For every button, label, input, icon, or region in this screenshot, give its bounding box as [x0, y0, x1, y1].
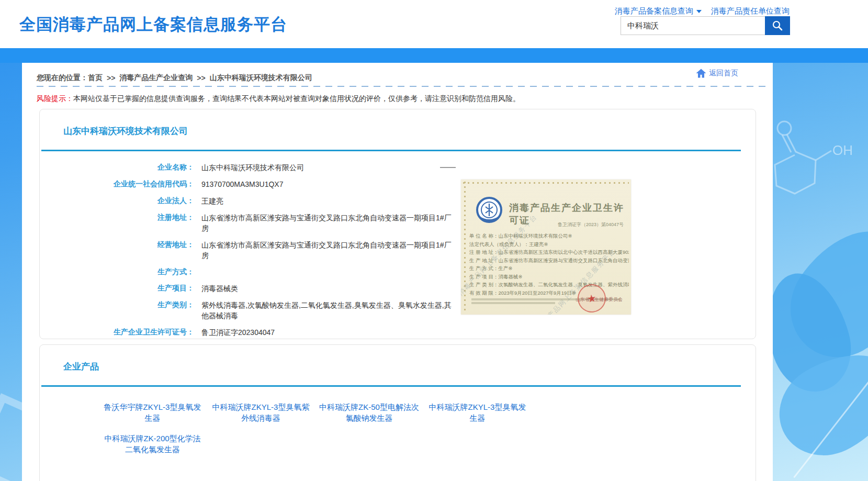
search-bar [621, 16, 790, 35]
field-label: 生产方式： [61, 267, 194, 277]
health-commission-emblem-icon [476, 196, 503, 223]
molecule-graphic: OH [763, 110, 868, 267]
field-value: 王建亮 [201, 196, 223, 206]
products-grid: 鲁沃华宇牌ZKYL-3型臭氧发生器 中科瑞沃牌ZKYL-3型臭氧紫外线消毒器 中… [98, 401, 532, 455]
field-value: 消毒器械类 [201, 283, 238, 294]
field-row-production-mode: 生产方式： [61, 264, 479, 280]
company-info-panel: 山东中科瑞沃环境技术有限公司 企业名称： 山东中科瑞沃环境技术有限公司 企业统一… [39, 109, 756, 339]
certificate-line: 注 册 地 址：山东省潍坊高新区玉清东街以北中心次干道以西高新大厦902办公室※ [469, 248, 629, 256]
main-content: 您现在的位置： 首页 >> 消毒产品生产企业查询 >> 山东中科瑞沃环境技术有限… [22, 63, 773, 481]
field-row-company-name: 企业名称： 山东中科瑞沃环境技术有限公司 [61, 159, 479, 176]
field-label: 经营地址： [61, 240, 194, 250]
risk-notice: 风险提示：本网站仅基于已掌握的信息提供查询服务，查询结果不代表本网站对被查询对象… [37, 94, 520, 104]
certificate-fine-print [471, 302, 555, 304]
hygiene-license-certificate-image: 全国消毒产品网上备案信息服务平台 全国消毒产品网上备案信息服务平台 消毒产品生产… [461, 180, 631, 315]
risk-notice-label: 风险提示： [37, 94, 73, 103]
risk-notice-text: 本网站仅基于已掌握的信息提供查询服务，查询结果不代表本网站对被查询对象信用状况的… [73, 94, 520, 103]
breadcrumb-separator: >> [197, 74, 205, 82]
panel-underline [41, 150, 741, 151]
company-products-panel: 企业产品 鲁沃华宇牌ZKYL-3型臭氧发生器 中科瑞沃牌ZKYL-3型臭氧紫外线… [39, 344, 756, 481]
breadcrumb-home-link[interactable]: 首页 [88, 73, 103, 83]
dashed-divider [37, 86, 765, 87]
site-title: 全国消毒产品网上备案信息服务平台 [19, 14, 287, 36]
field-label: 生产项目： [61, 283, 194, 293]
search-icon [771, 19, 784, 32]
flower-stem [793, 370, 868, 478]
company-panel-title: 山东中科瑞沃环境技术有限公司 [63, 125, 188, 137]
breadcrumb-prefix: 您现在的位置： [37, 73, 88, 83]
search-button[interactable] [765, 16, 790, 35]
product-link[interactable]: 中科瑞沃牌ZK-200型化学法二氧化氯发生器 [98, 433, 207, 455]
certificate-number: 鲁卫消证字（2023）第04047号 [558, 221, 624, 228]
field-label: 企业统一社会信用代码： [61, 179, 194, 189]
field-row-registered-address: 注册地址： 山东省潍坊市高新区潍安路与宝通街交叉路口东北角自动变速器一期项目1#… [61, 209, 479, 237]
home-icon [694, 67, 708, 80]
search-input[interactable] [621, 16, 765, 35]
back-home-link[interactable]: 返回首页 [694, 67, 738, 80]
product-link[interactable]: 中科瑞沃牌ZK-50型电解法次氯酸钠发生器 [315, 401, 423, 423]
nav-unit-query-link[interactable]: 消毒产品责任单位查询 [711, 6, 790, 16]
nav-filing-query-label: 消毒产品备案信息查询 [615, 6, 693, 16]
field-value: 山东省潍坊市高新区潍安路与宝通街交叉路口东北角自动变速器一期项目1#厂房 [201, 240, 453, 261]
field-row-production-category: 生产类别： 紫外线消毒器,次氯酸钠发生器,二氧化氯发生器,臭氧发生器、臭氧水发生… [61, 297, 479, 324]
breadcrumb-separator: >> [107, 74, 115, 82]
field-row-production-item: 生产项目： 消毒器械类 [61, 280, 479, 297]
field-row-credit-code: 企业统一社会信用代码： 91370700MA3M3U1QX7 [61, 176, 479, 193]
breadcrumb-current: 山东中科瑞沃环境技术有限公司 [210, 73, 312, 83]
field-label: 企业名称： [61, 162, 194, 172]
chevron-down-icon [696, 10, 702, 13]
field-value: 紫外线消毒器,次氯酸钠发生器,二氧化氯发生器,臭氧发生器、臭氧水发生器,其他器械… [201, 300, 453, 321]
product-link[interactable]: 中科瑞沃牌ZKYL-3型臭氧紫外线消毒器 [207, 401, 315, 423]
certificate-line: 生 产 类 别：次氯酸钠发生器、二氧化氯发生器、臭氧发生器、紫外线消毒器※ [469, 281, 629, 289]
company-fields: 企业名称： 山东中科瑞沃环境技术有限公司 企业统一社会信用代码： 9137070… [61, 159, 479, 357]
back-home-label: 返回首页 [709, 69, 738, 78]
certificate-line: 生 产 地 址：山东省潍坊市高新区潍安路与宝通街交叉路口东北角自动变速器一期项目… [469, 256, 629, 265]
field-value: 山东中科瑞沃环境技术有限公司 [201, 162, 304, 173]
nav-unit-query-label: 消毒产品责任单位查询 [711, 6, 790, 16]
breadcrumb: 您现在的位置： 首页 >> 消毒产品生产企业查询 >> 山东中科瑞沃环境技术有限… [37, 70, 758, 86]
field-value: 鲁卫消证字202304047 [201, 327, 275, 338]
field-value: 91370700MA3M3U1QX7 [201, 179, 283, 189]
field-row-business-address: 经营地址： 山东省潍坊市高新区潍安路与宝通街交叉路口东北角自动变速器一期项目1#… [61, 237, 479, 264]
field-value: 山东省潍坊市高新区潍安路与宝通街交叉路口东北角自动变速器一期项目1#厂房 [201, 212, 453, 233]
top-nav: 消毒产品备案信息查询 消毒产品责任单位查询 [615, 6, 790, 16]
product-link[interactable]: 中科瑞沃牌ZKYL-3型臭氧发生器 [423, 401, 532, 423]
header: 全国消毒产品网上备案信息服务平台 消毒产品备案信息查询 消毒产品责任单位查询 [0, 0, 868, 48]
molecule-oh-label: OH [832, 142, 853, 158]
field-label: 注册地址： [61, 212, 194, 222]
field-label: 生产企业卫生许可证号： [61, 327, 194, 337]
nav-filing-query-link[interactable]: 消毒产品备案信息查询 [615, 6, 702, 16]
certificate-line: 生 产 项 目：消毒器械※ [469, 273, 629, 281]
image-placeholder-dash [440, 167, 456, 168]
products-panel-title: 企业产品 [63, 361, 99, 373]
panel-underline [41, 385, 741, 387]
product-link[interactable]: 鲁沃华宇牌ZKYL-3型臭氧发生器 [98, 401, 207, 423]
flower-petal [763, 333, 868, 473]
field-row-legal-person: 企业法人： 王建亮 [61, 193, 479, 209]
flower-petal [770, 209, 868, 377]
certificate-line: 生 产 方 式：生产※ [469, 264, 629, 273]
breadcrumb-company-query-link[interactable]: 消毒产品生产企业查询 [119, 73, 193, 83]
certificate-line: 单 位 名 称：山东中科瑞沃环境技术有限公司※ [469, 232, 629, 240]
certificate-line: 法定代表人（或负责人）：王建亮※ [469, 240, 629, 249]
field-label: 生产类别： [61, 300, 194, 310]
field-label: 企业法人： [61, 196, 194, 206]
header-accent-band [0, 48, 868, 63]
field-row-license-number: 生产企业卫生许可证号： 鲁卫消证字202304047 [61, 324, 479, 341]
